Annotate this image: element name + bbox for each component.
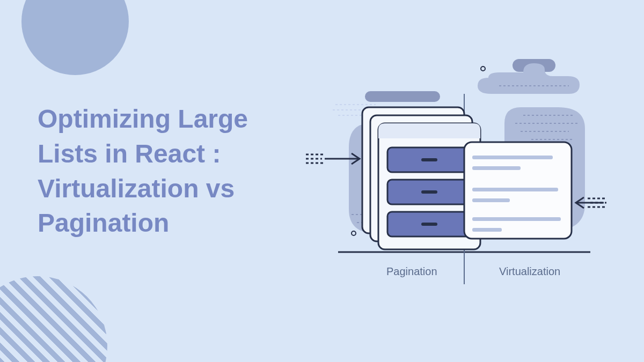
svg-rect-26 [472,217,561,221]
label-virtualization: Virtualization [499,265,560,278]
svg-rect-25 [472,198,510,202]
pagination-stack [362,107,480,249]
decorative-circle [352,231,356,235]
arrow-right-icon [576,197,606,208]
illustration-container: Pagination Virtualization [306,54,606,290]
decorative-circle [481,67,485,71]
virtualization-card [464,142,572,239]
illustration-svg [306,54,606,290]
svg-rect-20 [421,223,437,226]
label-pagination: Pagination [386,265,437,278]
svg-rect-1 [365,91,440,102]
svg-rect-18 [421,190,437,194]
decorative-stripes-bottom [0,276,107,362]
svg-rect-22 [472,156,553,159]
svg-rect-23 [472,166,521,170]
decorative-blob-top [21,0,129,75]
pagination-rows [387,147,471,237]
page-title: Optimizing Large Lists in React : Virtua… [38,102,295,241]
svg-rect-16 [421,158,437,161]
svg-rect-24 [472,188,558,191]
svg-rect-27 [472,228,502,232]
